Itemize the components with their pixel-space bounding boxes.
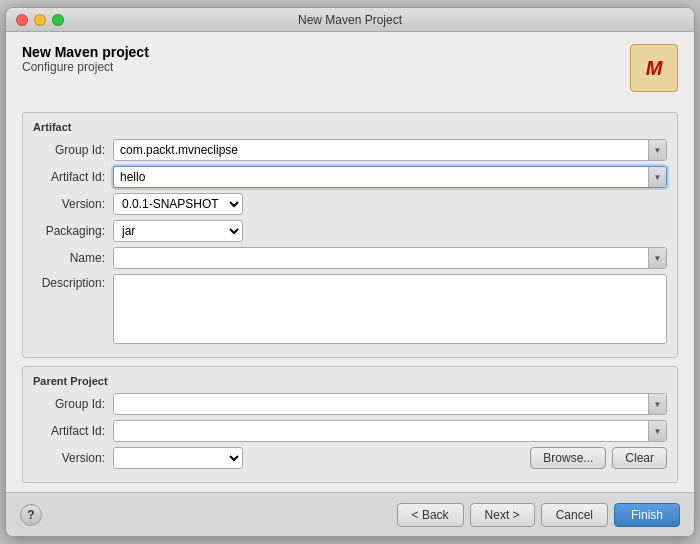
group-id-input-container: ▼ <box>113 139 667 161</box>
window-controls <box>16 14 64 26</box>
parent-group-id-container: ▼ <box>113 393 667 415</box>
parent-group-id-input[interactable] <box>114 395 648 413</box>
parent-artifact-id-container: ▼ <box>113 420 667 442</box>
clear-button[interactable]: Clear <box>612 447 667 469</box>
back-button[interactable]: < Back <box>397 503 464 527</box>
main-window: New Maven Project New Maven project Conf… <box>5 7 695 537</box>
maximize-button[interactable] <box>52 14 64 26</box>
next-button[interactable]: Next > <box>470 503 535 527</box>
close-button[interactable] <box>16 14 28 26</box>
cancel-button[interactable]: Cancel <box>541 503 608 527</box>
name-input[interactable] <box>114 249 648 267</box>
artifact-id-label: Artifact Id: <box>33 170 113 184</box>
group-id-label: Group Id: <box>33 143 113 157</box>
parent-artifact-id-row: Artifact Id: ▼ <box>33 420 667 442</box>
version-label: Version: <box>33 197 113 211</box>
content-area: New Maven project Configure project M Ar… <box>6 32 694 492</box>
header-section: New Maven project Configure project M <box>22 44 678 92</box>
version-select-container: 0.0.1-SNAPSHOT <box>113 193 243 215</box>
title-bar: New Maven Project <box>6 8 694 32</box>
parent-artifact-id-input[interactable] <box>114 422 648 440</box>
artifact-id-dropdown[interactable]: ▼ <box>648 167 666 187</box>
minimize-button[interactable] <box>34 14 46 26</box>
parent-group-id-dropdown[interactable]: ▼ <box>648 394 666 414</box>
group-id-dropdown[interactable]: ▼ <box>648 140 666 160</box>
header-text: New Maven project Configure project <box>22 44 149 74</box>
parent-version-select-container <box>113 447 243 469</box>
group-id-input[interactable] <box>114 141 648 159</box>
name-dropdown[interactable]: ▼ <box>648 248 666 268</box>
window-title: New Maven Project <box>298 13 402 27</box>
name-row: Name: ▼ <box>33 247 667 269</box>
help-button[interactable]: ? <box>20 504 42 526</box>
parent-group-id-label: Group Id: <box>33 397 113 411</box>
finish-button[interactable]: Finish <box>614 503 680 527</box>
packaging-select-container: jar <box>113 220 243 242</box>
artifact-section: Artifact Group Id: ▼ Artifact Id: ▼ <box>22 112 678 358</box>
parent-group-id-arrow-icon: ▼ <box>654 400 662 409</box>
parent-artifact-id-label: Artifact Id: <box>33 424 113 438</box>
name-label: Name: <box>33 251 113 265</box>
parent-project-section: Parent Project Group Id: ▼ Artifact Id: … <box>22 366 678 483</box>
parent-version-label: Version: <box>33 451 113 465</box>
name-arrow-icon: ▼ <box>654 254 662 263</box>
parent-version-row: Version: Browse... Clear <box>33 447 667 469</box>
description-label: Description: <box>33 274 113 290</box>
description-row: Description: <box>33 274 667 344</box>
artifact-id-input-container: ▼ <box>113 166 667 188</box>
packaging-row: Packaging: jar <box>33 220 667 242</box>
parent-artifact-id-arrow-icon: ▼ <box>654 427 662 436</box>
parent-version-select[interactable] <box>114 448 242 468</box>
description-input[interactable] <box>113 274 667 344</box>
packaging-select[interactable]: jar <box>114 221 242 241</box>
version-row: Version: 0.0.1-SNAPSHOT <box>33 193 667 215</box>
page-subtitle: Configure project <box>22 60 149 74</box>
artifact-id-arrow-icon: ▼ <box>654 173 662 182</box>
parent-group-id-row: Group Id: ▼ <box>33 393 667 415</box>
browse-button[interactable]: Browse... <box>530 447 606 469</box>
page-title: New Maven project <box>22 44 149 60</box>
parent-section-title: Parent Project <box>33 375 667 387</box>
version-select[interactable]: 0.0.1-SNAPSHOT <box>114 194 242 214</box>
artifact-id-input[interactable] <box>114 168 648 186</box>
group-id-arrow-icon: ▼ <box>654 146 662 155</box>
maven-icon: M <box>630 44 678 92</box>
group-id-row: Group Id: ▼ <box>33 139 667 161</box>
packaging-label: Packaging: <box>33 224 113 238</box>
parent-artifact-id-dropdown[interactable]: ▼ <box>648 421 666 441</box>
artifact-section-title: Artifact <box>33 121 667 133</box>
name-input-container: ▼ <box>113 247 667 269</box>
button-bar: ? < Back Next > Cancel Finish <box>6 492 694 536</box>
artifact-id-row: Artifact Id: ▼ <box>33 166 667 188</box>
